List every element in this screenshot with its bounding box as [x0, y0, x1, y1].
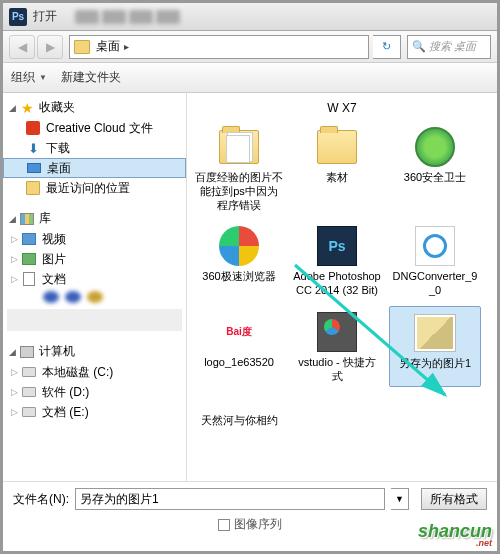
- file-label: 素材: [326, 171, 348, 185]
- expand-icon: ▷: [11, 274, 21, 284]
- folder-icon: [219, 130, 259, 164]
- filename-value: 另存为的图片1: [80, 491, 159, 508]
- creative-cloud-icon: [26, 121, 40, 135]
- blurred-region: [75, 10, 99, 24]
- filename-dropdown[interactable]: ▼: [391, 488, 409, 510]
- app-icon: [415, 127, 455, 167]
- filter-label: 所有格式: [430, 491, 478, 508]
- disk-icon: [22, 387, 36, 397]
- blurred-region: [102, 10, 126, 24]
- sidebar-item-drive-c[interactable]: ▷ 本地磁盘 (C:): [3, 362, 186, 382]
- search-icon: 🔍: [412, 40, 426, 53]
- sidebar-item-downloads[interactable]: ⬇ 下载: [3, 138, 186, 158]
- sequence-label: 图像序列: [234, 516, 282, 533]
- sidebar-item-documents[interactable]: ▷ 文档: [3, 269, 186, 289]
- folder-icon: [317, 130, 357, 164]
- app-icon: [219, 226, 259, 266]
- library-icon: [20, 213, 34, 225]
- file-item[interactable]: 素材: [291, 121, 383, 216]
- file-label: DNGConverter_9_0: [391, 270, 479, 298]
- disk-icon: [22, 367, 36, 377]
- organize-button[interactable]: 组织 ▼: [11, 69, 47, 86]
- refresh-button[interactable]: ↻: [373, 35, 401, 59]
- file-item-selected[interactable]: 另存为的图片1: [389, 306, 481, 388]
- sidebar-item-drive-d[interactable]: ▷ 软件 (D:): [3, 382, 186, 402]
- sidebar-item-label: 文档: [42, 271, 66, 288]
- blurred-region: [156, 10, 180, 24]
- sidebar-item-label: 下载: [46, 140, 70, 157]
- file-label: vstudio - 快捷方式: [293, 356, 381, 384]
- file-item[interactable]: Ps Adobe Photoshop CC 2014 (32 Bit): [291, 220, 383, 302]
- file-item[interactable]: 360极速浏览器: [193, 220, 285, 302]
- computer-label: 计算机: [39, 343, 75, 360]
- breadcrumb-location: 桌面: [96, 38, 120, 55]
- file-item[interactable]: 百度经验的图片不能拉到ps中因为程序错误: [193, 121, 285, 216]
- file-label: 另存为的图片1: [399, 357, 471, 371]
- file-item[interactable]: vstudio - 快捷方式: [291, 306, 383, 388]
- sidebar-item-label: 图片: [42, 251, 66, 268]
- desktop-icon: [27, 163, 41, 173]
- search-input[interactable]: 🔍 搜索 桌面: [407, 35, 491, 59]
- file-item[interactable]: Bai度 logo_1e63520: [193, 306, 285, 388]
- new-folder-label: 新建文件夹: [61, 69, 121, 86]
- favorites-header[interactable]: ◢ ★ 收藏夹: [3, 97, 186, 118]
- sidebar: ◢ ★ 收藏夹 Creative Cloud 文件 ⬇ 下载 桌面: [3, 93, 187, 481]
- file-item[interactable]: 天然河与你相约: [193, 391, 285, 451]
- collapse-icon: ◢: [9, 347, 19, 357]
- photoshop-icon: Ps: [317, 226, 357, 266]
- file-label: 360安全卫士: [404, 171, 466, 185]
- document-icon: [23, 272, 35, 286]
- video-icon: [22, 233, 36, 245]
- sidebar-item-label: Creative Cloud 文件: [46, 120, 153, 137]
- sequence-checkbox[interactable]: [218, 519, 230, 531]
- favorites-label: 收藏夹: [39, 99, 75, 116]
- breadcrumb[interactable]: 桌面 ▸: [69, 35, 369, 59]
- expand-icon: ▷: [11, 367, 21, 377]
- photoshop-icon: Ps: [9, 8, 27, 26]
- file-label: logo_1e63520: [204, 356, 274, 370]
- expand-icon: ▷: [11, 254, 21, 264]
- libraries-label: 库: [39, 210, 51, 227]
- sidebar-item-desktop[interactable]: 桌面: [3, 158, 186, 178]
- search-placeholder: 搜索 桌面: [429, 39, 476, 54]
- chevron-down-icon: ▼: [39, 73, 47, 82]
- file-label: Adobe Photoshop CC 2014 (32 Bit): [293, 270, 381, 298]
- window-title: 打开: [33, 8, 57, 25]
- sidebar-item-label: 本地磁盘 (C:): [42, 364, 113, 381]
- sidebar-item-pictures[interactable]: ▷ 图片: [3, 249, 186, 269]
- blurred-region: [65, 291, 81, 303]
- blurred-region: [129, 10, 153, 24]
- libraries-header[interactable]: ◢ 库: [3, 208, 186, 229]
- nav-bar: ◀ ▶ 桌面 ▸ ↻ 🔍 搜索 桌面: [3, 31, 497, 63]
- sidebar-item-label: 软件 (D:): [42, 384, 89, 401]
- expand-icon: ▷: [11, 387, 21, 397]
- picture-icon: [22, 253, 36, 265]
- back-button[interactable]: ◀: [9, 35, 35, 59]
- filter-dropdown[interactable]: 所有格式: [421, 488, 487, 510]
- file-label: 天然河与你相约: [201, 414, 278, 428]
- titlebar: Ps 打开: [3, 3, 497, 31]
- file-item[interactable]: 360安全卫士: [389, 121, 481, 216]
- toolbar: 组织 ▼ 新建文件夹: [3, 63, 497, 93]
- collapse-icon: ◢: [9, 214, 19, 224]
- download-icon: ⬇: [25, 140, 41, 156]
- file-item[interactable]: DNGConverter_9_0: [389, 220, 481, 302]
- header-text: W X7: [193, 101, 491, 115]
- disk-icon: [22, 407, 36, 417]
- expand-icon: ▷: [11, 407, 21, 417]
- watermark: shancun .net: [418, 521, 492, 548]
- forward-button[interactable]: ▶: [37, 35, 63, 59]
- sidebar-item-creative-cloud[interactable]: Creative Cloud 文件: [3, 118, 186, 138]
- computer-header[interactable]: ◢ 计算机: [3, 341, 186, 362]
- refresh-icon: ↻: [382, 40, 391, 53]
- sidebar-item-recent[interactable]: 最近访问的位置: [3, 178, 186, 198]
- sidebar-item-videos[interactable]: ▷ 视频: [3, 229, 186, 249]
- blurred-region: [7, 309, 182, 331]
- filename-input[interactable]: 另存为的图片1: [75, 488, 385, 510]
- blurred-region: [43, 291, 59, 303]
- organize-label: 组织: [11, 69, 35, 86]
- chevron-right-icon: ▸: [124, 41, 129, 52]
- new-folder-button[interactable]: 新建文件夹: [61, 69, 121, 86]
- computer-icon: [20, 346, 34, 358]
- sidebar-item-drive-e[interactable]: ▷ 文档 (E:): [3, 402, 186, 422]
